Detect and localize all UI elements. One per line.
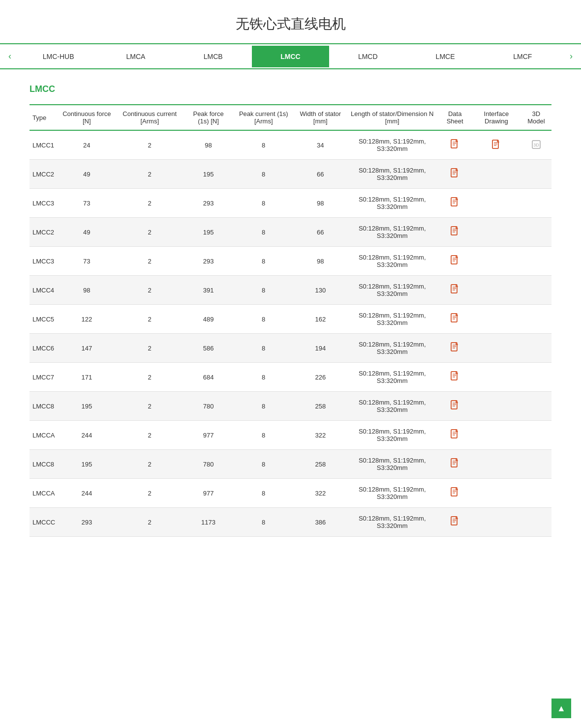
cell-interface-drawing xyxy=(472,363,521,392)
pdf-icon[interactable] xyxy=(451,460,459,470)
cell-length-stator: S0:128mm, S1:192mm, S3:320mm xyxy=(346,479,438,508)
col-header-peak-force: Peak force (1s) [N] xyxy=(184,105,233,130)
cell-interface-drawing xyxy=(472,160,521,189)
cell-width-stator: 258 xyxy=(294,392,346,421)
table-row: LMCC717126848226S0:128mm, S1:192mm, S3:3… xyxy=(30,363,551,392)
cell-interface-drawing xyxy=(472,218,521,247)
col-header-cont-current: Continuous current [Arms] xyxy=(115,105,184,130)
col-header-data-sheet: Data Sheet xyxy=(438,105,472,130)
cell-cont-force: 73 xyxy=(58,247,115,276)
cell-peak-force: 1173 xyxy=(184,508,233,537)
cell-peak-force: 391 xyxy=(184,276,233,305)
cell-data-sheet xyxy=(438,363,472,392)
pdf-icon[interactable] xyxy=(451,286,459,296)
col-header-interface-drawing: Interface Drawing xyxy=(472,105,521,130)
cell-length-stator: S0:128mm, S1:192mm, S3:320mm xyxy=(346,305,438,334)
cell-type: LMCC1 xyxy=(30,130,58,160)
cell-peak-force: 98 xyxy=(184,130,233,160)
table-row: LMCCA24429778322S0:128mm, S1:192mm, S3:3… xyxy=(30,421,551,450)
pdf-icon[interactable] xyxy=(451,344,459,354)
cell-width-stator: 162 xyxy=(294,305,346,334)
cell-width-stator: 98 xyxy=(294,189,346,218)
nav-tab-lmce[interactable]: LMCE xyxy=(406,46,484,67)
cell-width-stator: 258 xyxy=(294,450,346,479)
pdf-icon[interactable] xyxy=(451,170,459,180)
cell-width-stator: 98 xyxy=(294,247,346,276)
cell-peak-current: 8 xyxy=(233,363,294,392)
cell-interface-drawing xyxy=(472,247,521,276)
cell-length-stator: S0:128mm, S1:192mm, S3:320mm xyxy=(346,130,438,160)
cell-type: LMCC7 xyxy=(30,363,58,392)
pdf-icon[interactable] xyxy=(451,489,459,499)
nav-tab-lmchub[interactable]: LMC-HUB xyxy=(20,46,97,67)
col-header-type: Type xyxy=(30,105,58,130)
interface-drawing-icon[interactable] xyxy=(492,144,501,151)
pdf-icon[interactable] xyxy=(451,141,459,151)
nav-tab-lmcc[interactable]: LMCC xyxy=(252,46,329,67)
cell-width-stator: 322 xyxy=(294,421,346,450)
cell-3d-model xyxy=(521,247,551,276)
cell-3d-model xyxy=(521,421,551,450)
cell-3d-model xyxy=(521,334,551,363)
cell-peak-current: 8 xyxy=(233,130,294,160)
cell-cont-force: 24 xyxy=(58,130,115,160)
cell-cont-force: 147 xyxy=(58,334,115,363)
pdf-icon[interactable] xyxy=(451,315,459,325)
pdf-icon[interactable] xyxy=(451,228,459,238)
nav-tab-lmca[interactable]: LMCA xyxy=(97,46,174,67)
cell-cont-force: 122 xyxy=(58,305,115,334)
section-title: LMCC xyxy=(30,84,551,94)
cell-cont-force: 195 xyxy=(58,392,115,421)
data-table: Type Continuous force [N] Continuous cur… xyxy=(30,104,551,537)
cell-interface-drawing xyxy=(472,421,521,450)
cell-data-sheet xyxy=(438,479,472,508)
cell-peak-force: 195 xyxy=(184,218,233,247)
cell-cont-current: 2 xyxy=(115,276,184,305)
cell-data-sheet xyxy=(438,276,472,305)
cell-length-stator: S0:128mm, S1:192mm, S3:320mm xyxy=(346,160,438,189)
cell-width-stator: 226 xyxy=(294,363,346,392)
cell-peak-current: 8 xyxy=(233,392,294,421)
cell-cont-force: 98 xyxy=(58,276,115,305)
cell-width-stator: 322 xyxy=(294,479,346,508)
cell-length-stator: S0:128mm, S1:192mm, S3:320mm xyxy=(346,363,438,392)
cell-interface-drawing xyxy=(472,305,521,334)
cell-3d-model xyxy=(521,479,551,508)
nav-tab-lmcf[interactable]: LMCF xyxy=(484,46,561,67)
cell-peak-force: 780 xyxy=(184,392,233,421)
cell-length-stator: S0:128mm, S1:192mm, S3:320mm xyxy=(346,189,438,218)
cell-data-sheet xyxy=(438,305,472,334)
cell-3d-model xyxy=(521,363,551,392)
cell-peak-current: 8 xyxy=(233,479,294,508)
pdf-icon[interactable] xyxy=(451,373,459,383)
cell-peak-current: 8 xyxy=(233,421,294,450)
cell-type: LMCC6 xyxy=(30,334,58,363)
pdf-icon[interactable] xyxy=(451,402,459,412)
pdf-icon[interactable] xyxy=(451,257,459,267)
nav-tab-lmcb[interactable]: LMCB xyxy=(175,46,252,67)
pdf-icon[interactable] xyxy=(451,518,459,528)
nav-tab-lmcd[interactable]: LMCD xyxy=(329,46,406,67)
cell-peak-force: 489 xyxy=(184,305,233,334)
model-3d-icon[interactable]: 3D xyxy=(532,143,541,150)
table-row: LMCC2492195866S0:128mm, S1:192mm, S3:320… xyxy=(30,160,551,189)
pdf-icon[interactable] xyxy=(451,431,459,441)
cell-cont-current: 2 xyxy=(115,363,184,392)
col-header-cont-force: Continuous force [N] xyxy=(58,105,115,130)
cell-cont-current: 2 xyxy=(115,421,184,450)
cell-peak-current: 8 xyxy=(233,276,294,305)
cell-cont-current: 2 xyxy=(115,160,184,189)
cell-cont-force: 293 xyxy=(58,508,115,537)
table-row: LMCC49823918130S0:128mm, S1:192mm, S3:32… xyxy=(30,276,551,305)
svg-text:3D: 3D xyxy=(533,143,539,147)
table-row: LMCC819527808258S0:128mm, S1:192mm, S3:3… xyxy=(30,450,551,479)
table-row: LMCC2492195866S0:128mm, S1:192mm, S3:320… xyxy=(30,218,551,247)
pdf-icon[interactable] xyxy=(451,199,459,209)
table-row: LMCCC293211738386S0:128mm, S1:192mm, S3:… xyxy=(30,508,551,537)
cell-peak-current: 8 xyxy=(233,305,294,334)
nav-left-arrow[interactable]: ‹ xyxy=(0,44,20,68)
cell-peak-current: 8 xyxy=(233,334,294,363)
nav-right-arrow[interactable]: › xyxy=(561,44,581,68)
col-header-3d-model: 3D Model xyxy=(521,105,551,130)
nav-bar: ‹ LMC-HUB LMCA LMCB LMCC LMCD LMCE LMCF … xyxy=(0,43,581,69)
